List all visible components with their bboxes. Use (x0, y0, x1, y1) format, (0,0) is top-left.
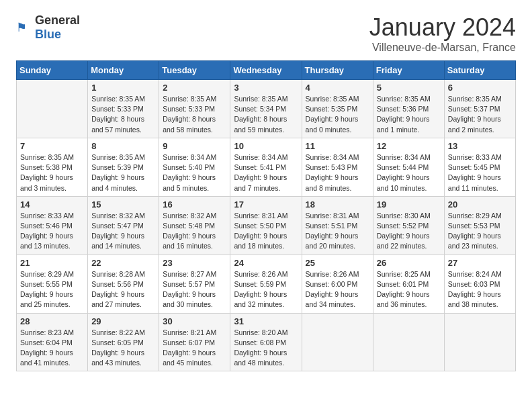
day-number: 8 (91, 141, 155, 151)
day-info: Sunrise: 8:34 AMSunset: 5:43 PMDaylight:… (306, 152, 369, 193)
week-row-3: 14Sunrise: 8:33 AMSunset: 5:46 PMDayligh… (17, 196, 516, 255)
day-cell: 24Sunrise: 8:26 AMSunset: 5:59 PMDayligh… (230, 255, 302, 313)
day-info: Sunrise: 8:32 AMSunset: 5:47 PMDaylight:… (91, 211, 155, 252)
day-info: Sunrise: 8:33 AMSunset: 5:46 PMDaylight:… (20, 211, 84, 252)
day-cell: 27Sunrise: 8:24 AMSunset: 6:03 PMDayligh… (444, 255, 515, 313)
header-cell-friday: Friday (373, 61, 444, 80)
day-number: 18 (306, 199, 369, 210)
day-cell: 16Sunrise: 8:32 AMSunset: 5:48 PMDayligh… (159, 196, 230, 255)
day-info: Sunrise: 8:34 AMSunset: 5:40 PMDaylight:… (163, 152, 226, 193)
day-cell: 6Sunrise: 8:35 AMSunset: 5:37 PMDaylight… (444, 80, 515, 138)
day-cell (302, 313, 373, 371)
day-cell: 29Sunrise: 8:22 AMSunset: 6:05 PMDayligh… (88, 313, 159, 371)
day-number: 22 (91, 258, 155, 268)
day-cell: 20Sunrise: 8:29 AMSunset: 5:53 PMDayligh… (444, 196, 515, 255)
day-cell: 5Sunrise: 8:35 AMSunset: 5:36 PMDaylight… (373, 80, 444, 138)
day-info: Sunrise: 8:33 AMSunset: 5:45 PMDaylight:… (448, 152, 512, 193)
day-cell (17, 80, 88, 138)
calendar-body: 1Sunrise: 8:35 AMSunset: 5:33 PMDaylight… (17, 80, 516, 371)
day-cell: 7Sunrise: 8:35 AMSunset: 5:38 PMDaylight… (17, 138, 88, 196)
day-number: 11 (306, 141, 369, 151)
day-number: 25 (306, 258, 369, 268)
day-number: 26 (377, 258, 441, 268)
day-cell (444, 313, 515, 371)
day-number: 20 (448, 199, 512, 210)
day-number: 27 (448, 258, 512, 268)
day-info: Sunrise: 8:22 AMSunset: 6:05 PMDaylight:… (91, 328, 155, 369)
title-section: January 2024 Villeneuve-de-Marsan, Franc… (369, 13, 516, 54)
header-cell-sunday: Sunday (17, 61, 88, 80)
day-number: 3 (234, 83, 298, 93)
day-number: 29 (91, 316, 155, 326)
header-cell-thursday: Thursday (302, 61, 373, 80)
day-info: Sunrise: 8:35 AMSunset: 5:35 PMDaylight:… (306, 94, 369, 135)
calendar-title: January 2024 (369, 13, 516, 42)
logo-blue: Blue (35, 28, 61, 41)
day-cell: 12Sunrise: 8:34 AMSunset: 5:44 PMDayligh… (373, 138, 444, 196)
day-cell: 14Sunrise: 8:33 AMSunset: 5:46 PMDayligh… (17, 196, 88, 255)
day-info: Sunrise: 8:24 AMSunset: 6:03 PMDaylight:… (448, 269, 512, 310)
day-cell: 11Sunrise: 8:34 AMSunset: 5:43 PMDayligh… (302, 138, 373, 196)
day-cell: 18Sunrise: 8:31 AMSunset: 5:51 PMDayligh… (302, 196, 373, 255)
day-cell: 2Sunrise: 8:35 AMSunset: 5:33 PMDaylight… (159, 80, 230, 138)
day-number: 31 (234, 316, 298, 326)
day-number: 28 (20, 316, 84, 326)
header-cell-saturday: Saturday (444, 61, 515, 80)
day-cell: 3Sunrise: 8:35 AMSunset: 5:34 PMDaylight… (230, 80, 302, 138)
day-cell: 28Sunrise: 8:23 AMSunset: 6:04 PMDayligh… (17, 313, 88, 371)
day-number: 6 (448, 83, 512, 93)
day-info: Sunrise: 8:35 AMSunset: 5:33 PMDaylight:… (163, 94, 226, 135)
day-cell: 19Sunrise: 8:30 AMSunset: 5:52 PMDayligh… (373, 196, 444, 255)
day-number: 19 (377, 199, 441, 210)
day-cell: 9Sunrise: 8:34 AMSunset: 5:40 PMDaylight… (159, 138, 230, 196)
day-number: 2 (163, 83, 226, 93)
logo-text: General Blue (35, 13, 80, 42)
header-cell-wednesday: Wednesday (230, 61, 302, 80)
day-info: Sunrise: 8:34 AMSunset: 5:44 PMDaylight:… (377, 152, 441, 193)
day-info: Sunrise: 8:21 AMSunset: 6:07 PMDaylight:… (163, 328, 226, 369)
day-info: Sunrise: 8:31 AMSunset: 5:50 PMDaylight:… (234, 211, 298, 252)
day-info: Sunrise: 8:29 AMSunset: 5:53 PMDaylight:… (448, 211, 512, 252)
day-info: Sunrise: 8:27 AMSunset: 5:57 PMDaylight:… (163, 269, 226, 310)
day-info: Sunrise: 8:35 AMSunset: 5:39 PMDaylight:… (91, 152, 155, 193)
day-cell: 31Sunrise: 8:20 AMSunset: 6:08 PMDayligh… (230, 313, 302, 371)
day-info: Sunrise: 8:31 AMSunset: 5:51 PMDaylight:… (306, 211, 369, 252)
day-cell: 17Sunrise: 8:31 AMSunset: 5:50 PMDayligh… (230, 196, 302, 255)
day-info: Sunrise: 8:35 AMSunset: 5:36 PMDaylight:… (377, 94, 441, 135)
day-number: 24 (234, 258, 298, 268)
day-cell: 21Sunrise: 8:29 AMSunset: 5:55 PMDayligh… (17, 255, 88, 313)
week-row-1: 1Sunrise: 8:35 AMSunset: 5:33 PMDaylight… (17, 80, 516, 138)
day-cell: 1Sunrise: 8:35 AMSunset: 5:33 PMDaylight… (88, 80, 159, 138)
header-cell-monday: Monday (88, 61, 159, 80)
day-info: Sunrise: 8:28 AMSunset: 5:56 PMDaylight:… (91, 269, 155, 310)
day-info: Sunrise: 8:25 AMSunset: 6:01 PMDaylight:… (377, 269, 441, 310)
day-info: Sunrise: 8:26 AMSunset: 5:59 PMDaylight:… (234, 269, 298, 310)
day-cell: 15Sunrise: 8:32 AMSunset: 5:47 PMDayligh… (88, 196, 159, 255)
day-cell: 22Sunrise: 8:28 AMSunset: 5:56 PMDayligh… (88, 255, 159, 313)
day-number: 4 (306, 83, 369, 93)
day-number: 15 (91, 199, 155, 210)
day-info: Sunrise: 8:23 AMSunset: 6:04 PMDaylight:… (20, 328, 84, 369)
week-row-2: 7Sunrise: 8:35 AMSunset: 5:38 PMDaylight… (17, 138, 516, 196)
day-number: 14 (20, 199, 84, 210)
day-info: Sunrise: 8:26 AMSunset: 6:00 PMDaylight:… (306, 269, 369, 310)
header-row: SundayMondayTuesdayWednesdayThursdayFrid… (17, 61, 516, 80)
calendar-table: SundayMondayTuesdayWednesdayThursdayFrid… (16, 60, 516, 371)
day-number: 23 (163, 258, 226, 268)
day-cell: 25Sunrise: 8:26 AMSunset: 6:00 PMDayligh… (302, 255, 373, 313)
day-number: 13 (448, 141, 512, 151)
svg-text:⚑: ⚑ (16, 21, 27, 34)
day-number: 7 (20, 141, 84, 151)
day-info: Sunrise: 8:34 AMSunset: 5:41 PMDaylight:… (234, 152, 298, 193)
day-number: 17 (234, 199, 298, 210)
day-info: Sunrise: 8:35 AMSunset: 5:38 PMDaylight:… (20, 152, 84, 193)
day-number: 21 (20, 258, 84, 268)
day-number: 16 (163, 199, 226, 210)
day-number: 1 (91, 83, 155, 93)
day-cell (373, 313, 444, 371)
day-number: 10 (234, 141, 298, 151)
day-number: 5 (377, 83, 441, 93)
day-info: Sunrise: 8:29 AMSunset: 5:55 PMDaylight:… (20, 269, 84, 310)
week-row-5: 28Sunrise: 8:23 AMSunset: 6:04 PMDayligh… (17, 313, 516, 371)
day-info: Sunrise: 8:35 AMSunset: 5:37 PMDaylight:… (448, 94, 512, 135)
